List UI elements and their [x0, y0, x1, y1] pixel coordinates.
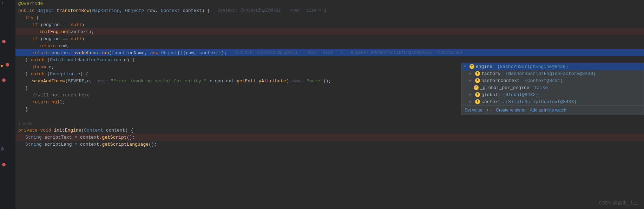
code-line-7: return row; — [15, 42, 644, 49]
breakpoint-icon-2 — [6, 63, 10, 68]
field-icon-factory: f — [475, 71, 480, 76]
ide-window: ↑ ▶ @ @Override public Object transformR… — [0, 0, 644, 209]
field-icon-context: f — [475, 99, 480, 104]
field-name-factory: factory — [481, 71, 501, 76]
field-value-context: {SimpleScriptContext@8433} — [505, 99, 577, 104]
create-renderer-button[interactable]: Create renderer — [496, 108, 526, 113]
field-name-context: context — [481, 99, 501, 104]
code-line-8: return engine.invokeFunction(functionNam… — [15, 49, 644, 56]
code-line-19: private void initEngine(Context context)… — [15, 127, 644, 134]
debug-actions-bar: Set value F2 Create renderer Add as inli… — [462, 105, 644, 115]
code-line-20: String scriptText = context.getScript(); — [15, 134, 644, 141]
field-icon-gpe: f — [474, 85, 479, 90]
field-name-gpe: _global_per_engine — [480, 85, 529, 90]
code-line-6: if (engine == null) — [15, 35, 644, 42]
watermark: CSDN @吉吉_大王 — [599, 200, 638, 206]
field-value-factory: {NashornScriptEngineFactory@8430} — [505, 71, 596, 76]
add-inline-watch-button[interactable]: Add as inline watch — [530, 108, 566, 113]
field-icon-nashorncontext: f — [475, 78, 480, 83]
expand-icon-global: ▶ — [469, 93, 474, 97]
expand-icon-factory: ▶ — [469, 71, 474, 76]
field-name-global: global — [481, 92, 498, 97]
code-line-9: } catch (DataImportHandlerException e) { — [15, 56, 644, 63]
debug-popup: ▼ f engine = {NashornScriptEngine@8429} … — [461, 63, 644, 115]
set-value-key: F2 — [487, 108, 492, 112]
field-value-global: {Global@8432} — [503, 92, 538, 97]
expand-icon-nashorncontext: ▶ — [469, 78, 474, 83]
at-icon: @ — [1, 147, 4, 151]
set-value-button[interactable]: Set value — [465, 108, 482, 113]
debug-popup-engine-row[interactable]: ▼ f engine = {NashornScriptEngine@8429} — [462, 63, 644, 70]
code-line-5: initEngine(context); — [15, 28, 644, 35]
gutter-area: ↑ ▶ @ — [0, 0, 15, 209]
field-icon-global: f — [475, 92, 480, 97]
code-line-1: @Override — [15, 0, 644, 7]
field-icon-engine: f — [469, 64, 474, 69]
breakpoint-icon-1 — [2, 39, 6, 45]
breakpoint-icon-4 — [2, 163, 6, 168]
expand-icon: ▼ — [464, 65, 468, 69]
debug-popup-nashorncontext-row[interactable]: ▶ f nashornContext = {Context@8431} — [462, 77, 644, 84]
override-icon: ↑ — [1, 1, 4, 6]
breakpoint-icon-3 — [2, 78, 6, 83]
code-line-3: try { — [15, 14, 644, 21]
field-value-gpe: false — [534, 85, 548, 90]
field-value-nashorncontext: {Context@8431} — [525, 78, 563, 83]
field-name-nashorncontext: nashornContext — [481, 78, 520, 83]
current-arrow-icon: ▶ — [1, 63, 4, 69]
debug-popup-context-row[interactable]: ▶ f context = {SimpleScriptContext@8433} — [462, 98, 644, 105]
expand-icon-context: ▶ — [469, 100, 474, 104]
field-value-engine: {NashornScriptEngine@8429} — [497, 64, 569, 69]
code-line-21: String scriptLang = context.getScriptLan… — [15, 141, 644, 148]
debug-popup-factory-row[interactable]: ▶ f factory = {NashornScriptEngineFactor… — [462, 70, 644, 77]
code-line-4: if (engine == null) — [15, 21, 644, 28]
debug-popup-global-per-engine-row[interactable]: f _global_per_engine = false — [462, 84, 644, 91]
debug-popup-global-row[interactable]: ▶ f global = {Global@8432} — [462, 91, 644, 98]
code-line-2: public Object transformRow(Map<String, O… — [15, 7, 644, 14]
code-line-usage: 1 usage — [15, 120, 644, 127]
field-name-engine: engine — [476, 64, 492, 69]
